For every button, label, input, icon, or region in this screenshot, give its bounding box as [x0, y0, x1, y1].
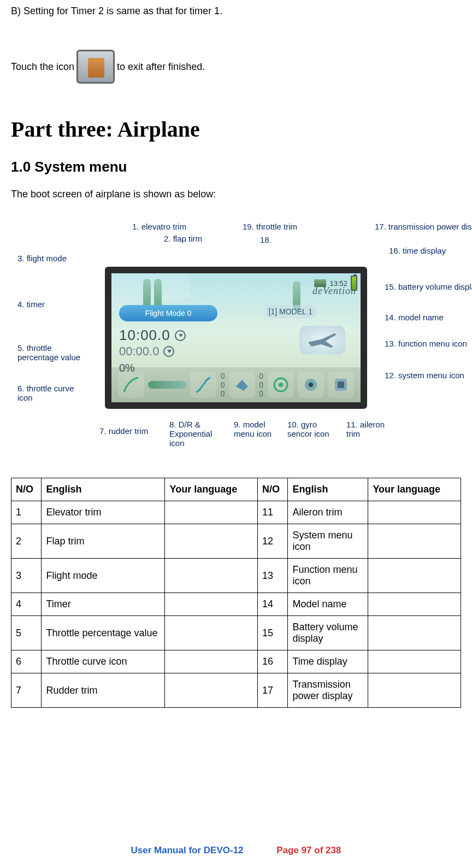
cell-yl	[165, 673, 258, 708]
boot-screen-text: The boot screen of airplane is shown as …	[11, 189, 461, 200]
trim-col-1: 000	[221, 372, 225, 398]
cell-en: Flight mode	[42, 559, 165, 593]
part-title: Part three: Airplane	[11, 116, 461, 142]
cell-no: 3	[11, 559, 42, 593]
cell-en: Function menu icon	[288, 559, 368, 593]
left-trims	[143, 279, 162, 308]
callout-8: 8. D/R & Exponential icon	[169, 420, 224, 448]
svg-point-1	[279, 383, 283, 387]
timer-1: 10:00.0	[119, 327, 186, 344]
callout-18: 18.	[260, 235, 272, 244]
battery-icon	[351, 275, 357, 291]
cell-en: Time display	[288, 650, 368, 673]
rudder-trim-icon	[148, 381, 186, 389]
cell-no: 14	[258, 593, 288, 616]
model-name-label: [1] MODEL 1	[264, 305, 317, 318]
timer-spin-icon	[163, 346, 174, 357]
table-row: 2Flap trim12System menu icon	[11, 524, 461, 559]
boot-screen-diagram: 1. elevatro trim 2. flap tirm 19. thrott…	[11, 222, 461, 457]
cell-en: Elevator trim	[42, 501, 165, 524]
svg-rect-5	[338, 382, 344, 388]
cell-en: Battery volume display	[288, 616, 368, 650]
cell-no: 11	[258, 501, 288, 524]
callout-7: 7. rudder trim	[99, 426, 148, 436]
section-heading: 1.0 System menu	[11, 159, 461, 175]
cell-yl	[165, 616, 258, 650]
cell-no: 12	[258, 524, 288, 559]
transmitter-screen: deVention 13:52 Flight Mode 0 [1] MODEL …	[105, 267, 367, 409]
cell-en: Flap trim	[42, 524, 165, 559]
cell-no: 5	[11, 616, 42, 650]
elevator-trim-icon	[143, 279, 151, 308]
signal-icon	[314, 279, 326, 287]
exit-icon	[76, 50, 115, 84]
cell-no: 7	[11, 673, 42, 708]
callout-15: 15. battery volume display	[385, 282, 472, 291]
th-yl-1: Your language	[165, 478, 258, 501]
callout-14: 14. model name	[385, 313, 444, 322]
th-en-2: English	[288, 478, 368, 501]
cell-en: Model name	[288, 593, 368, 616]
table-header-row: N/O English Your language N/O English Yo…	[11, 478, 461, 501]
callout-2: 2. flap tirm	[164, 234, 202, 243]
callout-17: 17. transmission power display	[375, 222, 472, 231]
dr-expo-icon	[190, 372, 216, 398]
cell-no: 15	[258, 616, 288, 650]
th-no-1: N/O	[11, 478, 42, 501]
callout-5: 5. throttle percentage value	[17, 343, 88, 362]
callout-13: 13. function menu icon	[385, 339, 467, 348]
timer-spin-icon	[175, 330, 186, 341]
bottom-icon-bar: 000 000	[111, 367, 361, 402]
footer-page: Page 97 of 238	[276, 845, 341, 855]
cell-en: Throttle curve icon	[42, 650, 165, 673]
cell-no: 6	[11, 650, 42, 673]
flight-mode-pill: Flight Mode 0	[119, 305, 217, 321]
table-row: 4Timer14Model name	[11, 593, 461, 616]
cell-en: Aileron trim	[288, 501, 368, 524]
time-display: 13:52	[329, 279, 347, 288]
cell-no: 13	[258, 559, 288, 593]
table-row: 6Throttle curve icon16Time display	[11, 650, 461, 673]
function-menu-icon	[328, 372, 354, 398]
cell-no: 16	[258, 650, 288, 673]
page-footer: User Manual for DEVO-12 Page 97 of 238	[0, 845, 472, 856]
flap-trim-icon	[154, 279, 162, 308]
callout-11: 11. aileron trim	[346, 420, 396, 438]
cell-en: Transmission power display	[288, 673, 368, 708]
cell-no: 1	[11, 501, 42, 524]
svg-point-3	[309, 383, 313, 387]
trim-col-2: 000	[259, 372, 263, 398]
th-no-2: N/O	[258, 478, 288, 501]
cell-yl	[165, 559, 258, 593]
cell-yl	[165, 650, 258, 673]
th-yl-2: Your language	[368, 478, 461, 501]
timer2-note: B) Setting for Timer 2 is same as that f…	[11, 5, 461, 17]
callout-12: 12. system menu icon	[385, 371, 464, 380]
callout-3: 3. flight mode	[17, 254, 67, 263]
callout-19: 19. throttle trim	[243, 222, 297, 231]
cell-yl	[165, 593, 258, 616]
exit-instruction-post: to exit after finished.	[117, 61, 205, 73]
table-row: 5Throttle percentage value15Battery volu…	[11, 616, 461, 650]
cell-en: Timer	[42, 593, 165, 616]
cell-yl	[165, 524, 258, 559]
callout-1: 1. elevatro trim	[132, 222, 186, 231]
table-row: 7Rudder trim17Transmission power display	[11, 673, 461, 708]
cell-yl	[368, 616, 461, 650]
airplane-icon	[299, 326, 345, 354]
legend-table: N/O English Your language N/O English Yo…	[11, 478, 461, 708]
cell-en: Throttle percentage value	[42, 616, 165, 650]
system-menu-icon	[298, 372, 324, 398]
model-menu-icon	[229, 372, 255, 398]
cell-yl	[368, 593, 461, 616]
callout-4: 4. timer	[17, 300, 45, 309]
cell-yl	[368, 650, 461, 673]
cell-yl	[368, 559, 461, 593]
footer-manual: User Manual for DEVO-12	[131, 845, 244, 855]
table-row: 3Flight mode13Function menu icon	[11, 559, 461, 593]
th-en-1: English	[42, 478, 165, 501]
callout-6: 6. throttle curve icon	[17, 384, 88, 402]
cell-yl	[368, 524, 461, 559]
throttle-curve-icon	[118, 372, 144, 398]
cell-yl	[165, 501, 258, 524]
